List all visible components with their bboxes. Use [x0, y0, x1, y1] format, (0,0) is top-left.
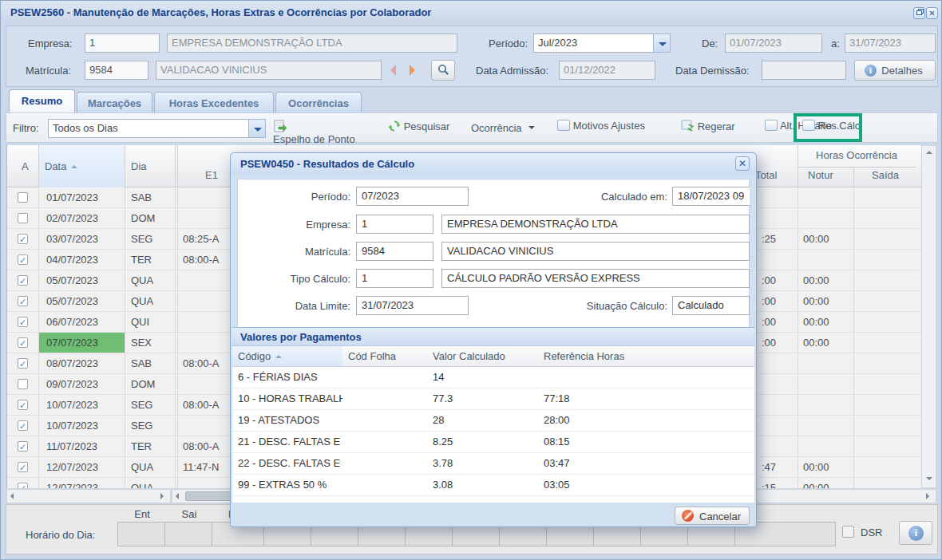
col-header-referencia-horas[interactable]: Referência Horas — [538, 346, 640, 367]
row-checkbox[interactable] — [18, 358, 28, 369]
tab-horas-excedentes[interactable]: Horas Excedentes — [154, 92, 274, 112]
modal-close-button[interactable]: ✕ — [735, 156, 750, 171]
col-header-total[interactable]: Total — [755, 169, 777, 181]
info-button[interactable]: i — [899, 521, 932, 545]
restore-window-button[interactable] — [913, 7, 925, 19]
cell-codigo: 21 - DESC. FALTAS E AT... — [232, 432, 342, 452]
scroll-left-icon[interactable] — [10, 493, 14, 499]
table-row[interactable]: 21 - DESC. FALTAS E AT... 8.25 08:15 — [232, 432, 754, 453]
horario-slot[interactable] — [164, 522, 212, 546]
cell-dia: QUI — [125, 312, 175, 332]
row-checkbox[interactable] — [18, 317, 28, 327]
col-header-data[interactable]: Data — [45, 160, 77, 172]
table-row[interactable]: 22 - DESC. FALTAS E AT... 3.78 03:47 — [232, 453, 754, 475]
row-checkbox[interactable] — [18, 400, 28, 410]
espelho-de-ponto-button[interactable]: Espelho de Ponto — [273, 120, 369, 137]
col-header-e1[interactable]: E1 — [205, 169, 218, 181]
next-record-icon[interactable] — [410, 65, 415, 76]
scroll-down-icon[interactable] — [926, 477, 932, 480]
periodo-combo-arrow[interactable] — [653, 34, 671, 53]
cell-data: 03/07/2023 — [38, 229, 125, 249]
espelho-de-ponto-label: Espelho de Ponto — [273, 133, 355, 145]
scroll-up-icon[interactable] — [926, 151, 932, 154]
modal-calculado-em-label: Calculado em: — [566, 191, 667, 203]
col-header-dia[interactable]: Dia — [131, 160, 147, 172]
motivos-ajustes-button[interactable]: Motivos Ajustes — [557, 120, 661, 137]
tab-marcacoes[interactable]: Marcações — [77, 92, 152, 112]
detalhes-button[interactable]: i Detalhes — [854, 60, 936, 81]
periodo-combo[interactable]: Jul/2023 — [533, 34, 654, 53]
res-calc-button[interactable]: Res.Cálc — [802, 120, 866, 137]
dsr-checkbox[interactable] — [842, 526, 854, 538]
scroll-left-icon[interactable] — [176, 493, 179, 499]
pesquisar-button[interactable]: Pesquisar — [388, 120, 460, 137]
row-checkbox[interactable] — [18, 254, 28, 265]
row-checkbox[interactable] — [18, 275, 28, 286]
col-header-saida[interactable]: Saída — [872, 169, 899, 181]
pesquisar-label: Pesquisar — [404, 120, 450, 132]
col-header-notur[interactable]: Notur — [808, 169, 833, 181]
cell-data: 10/07/2023 — [38, 416, 125, 436]
cell-saida — [853, 436, 921, 456]
cell-dia: QUA — [125, 457, 175, 477]
app-window: PSEW2560 - Manutenção de Marcações, Hora… — [0, 0, 942, 560]
horario-slot[interactable] — [117, 522, 165, 546]
scroll-right-icon[interactable] — [160, 493, 164, 499]
empresa-code-field[interactable]: 1 — [85, 34, 160, 53]
table-row[interactable]: 99 - EXTRAS 50 % 3.08 03:05 — [232, 475, 754, 496]
tab-resumo[interactable]: Resumo — [9, 89, 75, 112]
modal-empresa-name-field: EMPRESA DEMONSTRAÇÃO LTDA — [441, 215, 750, 234]
search-icon — [437, 64, 449, 76]
filtro-combo-arrow[interactable] — [248, 119, 266, 138]
cell-codigo: 22 - DESC. FALTAS E AT... — [232, 453, 342, 474]
header-panel: Empresa: 1 EMPRESA DEMONSTRAÇÃO LTDA Per… — [6, 26, 938, 87]
row-checkbox[interactable] — [18, 296, 28, 306]
table-row[interactable]: 10 - HORAS TRABALHA... 77.3 77:18 — [232, 388, 754, 410]
row-checkbox[interactable] — [18, 483, 28, 488]
matricula-code-field[interactable]: 9584 — [85, 61, 148, 80]
sort-ascending-icon — [71, 162, 77, 168]
cell-codigo: 10 - HORAS TRABALHA... — [232, 388, 342, 409]
previous-record-icon[interactable] — [390, 65, 396, 76]
row-checkbox[interactable] — [18, 337, 28, 348]
cell-notur — [798, 374, 853, 394]
filtro-combo[interactable]: Todos os Dias — [48, 119, 249, 138]
table-row[interactable]: 6 - FÉRIAS DIAS 14 — [232, 367, 754, 388]
row-checkbox[interactable] — [18, 420, 28, 431]
row-checkbox[interactable] — [18, 213, 28, 223]
cell-saida — [853, 353, 921, 373]
tab-ocorrencias[interactable]: Ocorrências — [275, 92, 362, 112]
cell-notur: 00:00 — [798, 333, 853, 353]
ocorrencia-menu-button[interactable]: Ocorrência — [471, 122, 535, 140]
row-checkbox[interactable] — [18, 462, 28, 472]
col-header-codigo[interactable]: Código — [232, 346, 342, 367]
cell-data: 12/07/2023 — [38, 478, 125, 488]
de-field: 01/07/2023 — [725, 34, 822, 53]
row-checkbox[interactable] — [18, 379, 28, 389]
cell-saida — [853, 395, 921, 415]
cancelar-label: Cancelar — [699, 511, 741, 523]
cell-codigo: 19 - ATESTADOS — [232, 410, 342, 431]
vertical-scrollbar[interactable] — [921, 145, 936, 488]
left-pane-hscrollbar[interactable] — [6, 489, 171, 503]
cell-dia: QUA — [125, 478, 175, 488]
cell-referencia-horas: 77:18 — [538, 388, 640, 409]
table-row[interactable]: 19 - ATESTADOS 28 28:00 — [232, 410, 754, 432]
modal-tipo-calculo-code-field: 1 — [356, 269, 433, 288]
row-checkbox[interactable] — [18, 441, 28, 452]
cell-saida — [853, 250, 921, 270]
dsr-label: DSR — [861, 526, 882, 538]
col-header-valor-calculado[interactable]: Valor Calculado — [427, 346, 538, 367]
cell-notur — [798, 395, 853, 415]
scroll-right-icon[interactable] — [926, 493, 929, 499]
col-header-cod-folha[interactable]: Cód Folha — [342, 346, 427, 367]
close-window-button[interactable]: ✕ — [926, 7, 938, 19]
row-checkbox[interactable] — [18, 234, 28, 244]
group-header-horas-ocorrencia: Horas Ocorrência — [798, 149, 916, 161]
cancelar-button[interactable]: Cancelar — [675, 507, 750, 525]
search-employee-button[interactable] — [431, 60, 455, 81]
col-header-a[interactable]: A — [22, 160, 29, 172]
row-checkbox[interactable] — [18, 192, 28, 203]
regerar-button[interactable]: Regerar — [681, 120, 745, 137]
cell-data: 05/07/2023 — [38, 291, 125, 311]
